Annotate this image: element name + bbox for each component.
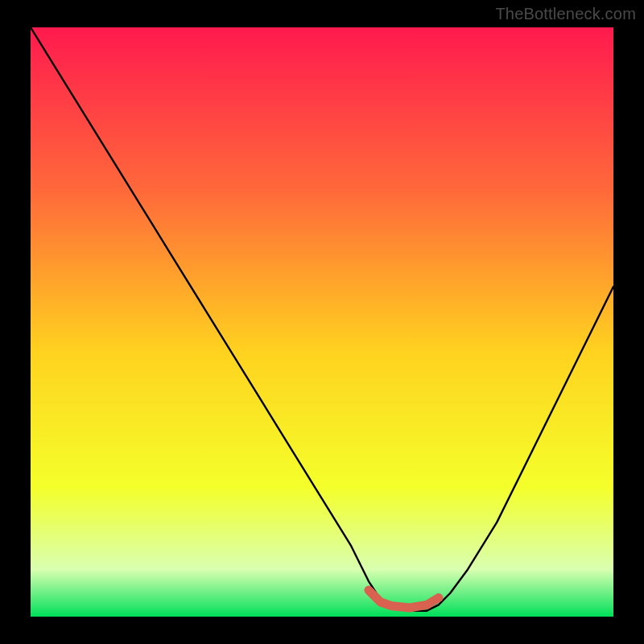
gradient-background: [31, 27, 613, 617]
chart-frame: TheBottleneck.com: [0, 0, 644, 644]
chart-svg: [31, 27, 613, 617]
watermark-text: TheBottleneck.com: [495, 5, 636, 23]
chart-plot-area: [31, 27, 613, 617]
